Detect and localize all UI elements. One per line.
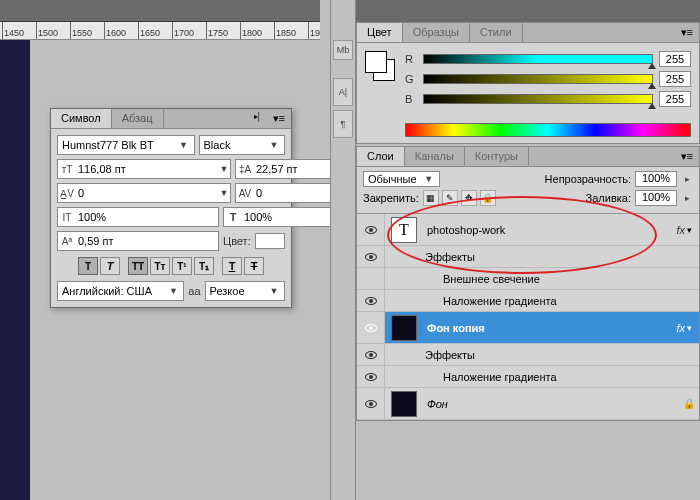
tab-layers[interactable]: Слои [357,147,405,166]
character-panel-tabs: Символ Абзац ▸│ ▾≡ [51,109,291,129]
g-slider[interactable] [423,74,653,84]
horizontal-ruler[interactable]: 1450 1500 1550 1600 1650 1700 1750 1800 … [0,22,320,40]
color-spectrum[interactable] [405,123,691,137]
ruler-tick: 1700 [172,22,194,40]
chevron-down-icon[interactable]: ▼ [218,188,230,198]
layer-name[interactable]: photoshop-work [423,224,663,236]
panel-menu-icon[interactable]: ▾≡ [267,109,291,128]
underline-button[interactable]: T [222,257,242,275]
effect-name: Внешнее свечение [443,270,699,288]
fx-expand-icon[interactable]: ▾ [687,225,699,235]
blend-mode-select[interactable]: Обычные ▼ [363,171,440,187]
ruler-tick: 1800 [240,22,262,40]
kerning-input[interactable]: A̲V ▼ [57,183,231,203]
g-value[interactable]: 255 [659,71,691,87]
opacity-label: Непрозрачность: [545,173,631,185]
font-size-field[interactable] [76,160,218,178]
visibility-toggle[interactable] [357,366,385,387]
lock-position-icon[interactable]: ✥ [461,190,477,206]
faux-bold-button[interactable]: T [78,257,98,275]
effect-row[interactable]: Внешнее свечение [357,268,699,290]
slider-handle-icon[interactable] [648,63,656,69]
layer-name[interactable]: Фон [423,398,683,410]
layer-name[interactable]: Фон копия [423,322,663,334]
layer-thumbnail[interactable] [391,315,417,341]
mb-panel-icon[interactable]: Mb [333,40,353,60]
visibility-toggle[interactable] [357,312,385,343]
tab-color[interactable]: Цвет [357,23,403,42]
layer-row[interactable]: Фон копия fx ▾ [357,312,699,344]
fg-bg-swatches[interactable] [365,51,395,81]
chevron-down-icon[interactable]: ▼ [218,164,230,174]
baseline-field[interactable] [76,232,218,250]
language-select[interactable]: Английский: США ▼ [57,281,184,301]
character-panel-icon[interactable]: A| [333,78,353,106]
effect-row[interactable]: Наложение градиента [357,366,699,388]
font-family-select[interactable]: Humnst777 Blk BT ▼ [57,135,195,155]
opacity-input[interactable]: 100% [635,171,677,187]
lock-pixels-icon[interactable]: ✎ [442,190,458,206]
tab-styles[interactable]: Стили [470,23,523,42]
b-value[interactable]: 255 [659,91,691,107]
fx-badge[interactable]: fx [663,224,687,236]
layer-thumbnail[interactable]: T [391,217,417,243]
fill-input[interactable]: 100% [635,190,677,206]
allcaps-button[interactable]: TT [128,257,148,275]
vscale-field[interactable] [76,208,218,226]
tab-swatches[interactable]: Образцы [403,23,470,42]
lock-all-icon[interactable]: 🔒 [480,190,496,206]
color-panel: Цвет Образцы Стили ▾≡ R 255 G 255 [356,22,700,144]
lock-transparency-icon[interactable]: ▦ [423,190,439,206]
text-layer-icon: T [399,221,409,239]
visibility-toggle[interactable] [357,246,385,267]
font-family-value: Humnst777 Blk BT [62,139,154,151]
faux-italic-button[interactable]: T [100,257,120,275]
visibility-toggle[interactable] [357,214,385,245]
panel-collapse-icon[interactable]: ▸│ [248,109,267,128]
b-slider[interactable] [423,94,653,104]
visibility-toggle[interactable] [357,290,385,311]
visibility-toggle[interactable] [357,344,385,365]
baseline-input[interactable]: Aª [57,231,219,251]
chevron-right-icon[interactable]: ▸ [681,193,693,203]
ruler-tick: 19 [308,22,320,40]
effect-name: Наложение градиента [443,368,699,386]
subscript-button[interactable]: T₁ [194,257,214,275]
tab-symbol[interactable]: Символ [51,109,112,128]
effects-row[interactable]: Эффекты [357,246,699,268]
smallcaps-button[interactable]: Tт [150,257,170,275]
panel-menu-icon[interactable]: ▾≡ [675,147,699,166]
layer-thumbnail[interactable] [391,391,417,417]
fx-badge[interactable]: fx [663,322,687,334]
layer-row[interactable]: Фон 🔒 [357,388,699,420]
superscript-button[interactable]: T¹ [172,257,192,275]
visibility-toggle[interactable] [357,388,385,419]
font-size-input[interactable]: тТ ▼ [57,159,231,179]
paragraph-panel-icon[interactable]: ¶ [333,110,353,138]
panel-menu-icon[interactable]: ▾≡ [675,23,699,42]
effects-row[interactable]: Эффекты [357,344,699,366]
effect-row[interactable]: Наложение градиента [357,290,699,312]
fg-color-swatch[interactable] [365,51,387,73]
slider-handle-icon[interactable] [648,103,656,109]
strikethrough-button[interactable]: T [244,257,264,275]
kerning-icon: A̲V [58,188,76,199]
text-color-swatch[interactable] [255,233,285,249]
vscale-icon: IT [58,212,76,223]
tab-channels[interactable]: Каналы [405,147,465,166]
chevron-right-icon[interactable]: ▸ [681,174,693,184]
canvas[interactable] [0,40,30,500]
r-slider[interactable] [423,54,653,64]
lock-icon: 🔒 [683,398,699,409]
slider-handle-icon[interactable] [648,83,656,89]
fx-expand-icon[interactable]: ▾ [687,323,699,333]
tab-paths[interactable]: Контуры [465,147,529,166]
kerning-field[interactable] [76,184,218,202]
layer-row[interactable]: T photoshop-work fx ▾ [357,214,699,246]
antialias-select[interactable]: Резкое ▼ [205,281,285,301]
r-value[interactable]: 255 [659,51,691,67]
vscale-input[interactable]: IT [57,207,219,227]
font-style-select[interactable]: Black ▼ [199,135,286,155]
tab-paragraph[interactable]: Абзац [112,109,164,128]
visibility-toggle[interactable] [357,268,385,289]
